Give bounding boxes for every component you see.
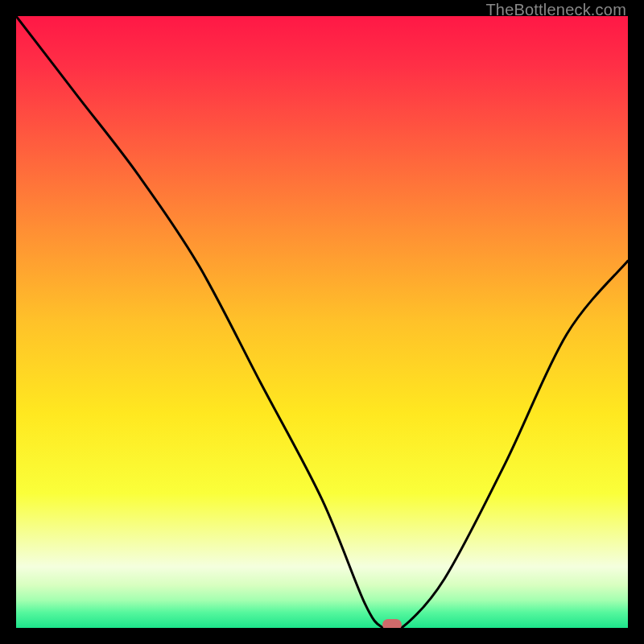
bottleneck-marker [382, 619, 402, 628]
plot-area [16, 16, 628, 628]
chart-frame: TheBottleneck.com [0, 0, 644, 644]
bottleneck-curve [16, 16, 628, 628]
watermark-text: TheBottleneck.com [485, 1, 626, 19]
